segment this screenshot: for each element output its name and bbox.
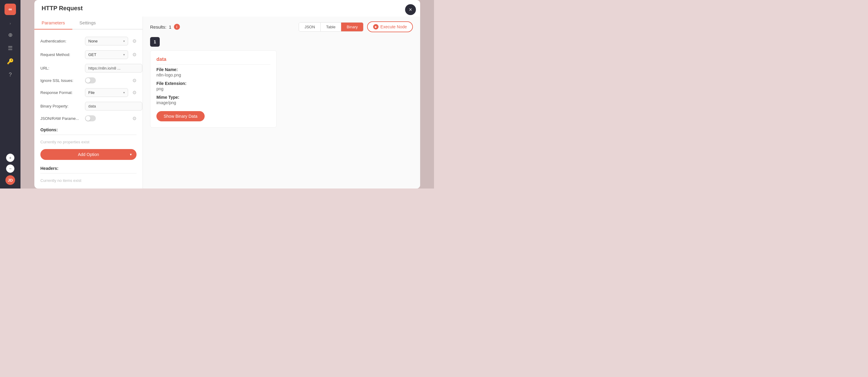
modal-header: HTTP Request × [34,0,420,16]
authentication-label: Authentication: [40,39,83,43]
results-label: Results: [150,24,166,30]
chevron-down-icon: ▾ [123,39,125,43]
authentication-row: Authentication: None ▾ ⚙ [34,34,143,48]
results-header: Results: 1 i JSON Table [150,22,413,32]
data-card: data File Name: n8n-logo.png File Extens… [150,50,277,128]
sidebar-collapse-button[interactable]: › [7,20,14,27]
authentication-control: None ▾ [85,37,128,45]
tab-binary[interactable]: Binary [341,23,363,31]
url-row: URL: ⚙ [34,61,143,75]
url-control [85,64,142,73]
sidebar-logo[interactable]: ∞ [4,4,16,15]
chevron-down-icon: ▾ [123,53,125,56]
execute-node-button[interactable]: ▶ Execute Node [367,22,413,32]
headers-divider [40,173,136,173]
request-method-row: Request Method: GET ▾ ⚙ [34,48,143,61]
options-divider [40,135,136,135]
add-option-button[interactable]: Add Option ▾ [40,149,136,160]
zoom-out-button[interactable]: − [6,164,14,173]
file-name-label: File Name: [156,67,270,72]
request-method-select[interactable]: GET ▾ [85,50,128,59]
request-method-label: Request Method: [40,53,83,57]
show-binary-data-button[interactable]: Show Binary Data [156,111,205,122]
mime-type-field: Mime Type: image/png [156,95,270,105]
response-format-label: Response Format: [40,90,83,95]
response-format-select[interactable]: File ▾ [85,88,128,97]
modal-title: HTTP Request [41,5,83,12]
binary-property-label: Binary Property: [40,104,83,108]
tab-table[interactable]: Table [321,23,341,31]
results-count: 1 [169,24,171,30]
http-request-modal: HTTP Request × Parameters Settings [34,0,420,188]
headers-section-header: Headers: [34,162,143,172]
authentication-select[interactable]: None ▾ [85,37,128,45]
tab-settings[interactable]: Settings [72,16,103,30]
request-method-gear-icon[interactable]: ⚙ [132,52,136,58]
request-method-control: GET ▾ [85,50,128,59]
chevron-down-icon: ▾ [123,91,125,94]
mime-type-label: Mime Type: [156,95,270,100]
tab-json[interactable]: JSON [299,23,321,31]
binary-property-control [85,102,142,110]
ignore-ssl-row: Ignore SSL Issues: ⚙ [34,75,143,86]
results-info: Results: 1 i [150,24,180,30]
sidebar-icon-list[interactable]: ☰ [5,43,16,54]
options-empty-text: Currently no properties exist [34,137,143,147]
modal-body: Parameters Settings Authentication: None… [34,16,420,188]
ignore-ssl-control [85,77,128,83]
avatar[interactable]: JD [5,175,15,185]
binary-property-row: Binary Property: ⚙ [34,99,143,113]
json-raw-control [85,115,128,122]
ignore-ssl-gear-icon[interactable]: ⚙ [132,78,136,83]
result-item-tabs: 1 [150,37,413,47]
sidebar-icon-key[interactable]: 🔑 [5,56,16,67]
json-raw-label: JSON/RAW Parame... [40,116,83,121]
url-input[interactable] [85,64,142,73]
authentication-gear-icon[interactable]: ⚙ [132,38,136,44]
json-raw-gear-icon[interactable]: ⚙ [132,116,136,122]
info-icon[interactable]: i [174,24,180,30]
json-raw-row: JSON/RAW Parame... ⚙ [34,113,143,124]
headers-empty-text: Currently no items exist [34,176,143,185]
right-panel: Results: 1 i JSON Table [143,16,420,188]
zoom-in-button[interactable]: + [6,153,14,162]
json-raw-toggle[interactable] [85,115,96,122]
url-label: URL: [40,66,83,70]
result-item-1[interactable]: 1 [150,37,160,47]
toggle-knob [86,78,90,83]
modal-overlay: HTTP Request × Parameters Settings [21,0,434,188]
response-format-gear-icon[interactable]: ⚙ [132,90,136,96]
tab-parameters[interactable]: Parameters [34,16,72,30]
file-extension-label: File Extension: [156,81,270,86]
sidebar-bottom: + − JD [5,153,15,185]
play-icon: ▶ [373,24,378,30]
ignore-ssl-label: Ignore SSL Issues: [40,78,83,83]
dropdown-arrow-icon: ▾ [130,152,132,157]
sidebar: ∞ › ⊕ ☰ 🔑 ? + − JD [0,0,21,188]
panel-tabs: Parameters Settings [34,16,143,30]
file-name-value: n8n-logo.png [156,73,270,77]
file-extension-field: File Extension: png [156,81,270,91]
modal-close-button[interactable]: × [405,4,416,15]
response-format-row: Response Format: File ▾ ⚙ [34,86,143,99]
toggle-knob [86,116,90,121]
file-name-field: File Name: n8n-logo.png [156,67,270,77]
mime-type-value: image/png [156,100,270,105]
options-section-header: Options: [34,124,143,133]
left-panel: Parameters Settings Authentication: None… [34,16,143,188]
sidebar-icon-help[interactable]: ? [5,69,16,80]
data-card-title: data [156,57,270,65]
binary-property-input[interactable] [85,102,142,110]
response-format-control: File ▾ [85,88,128,97]
view-tabs: JSON Table Binary [299,22,364,32]
sidebar-icon-nodes[interactable]: ⊕ [5,30,16,40]
ignore-ssl-toggle[interactable] [85,77,96,83]
file-extension-value: png [156,87,270,91]
